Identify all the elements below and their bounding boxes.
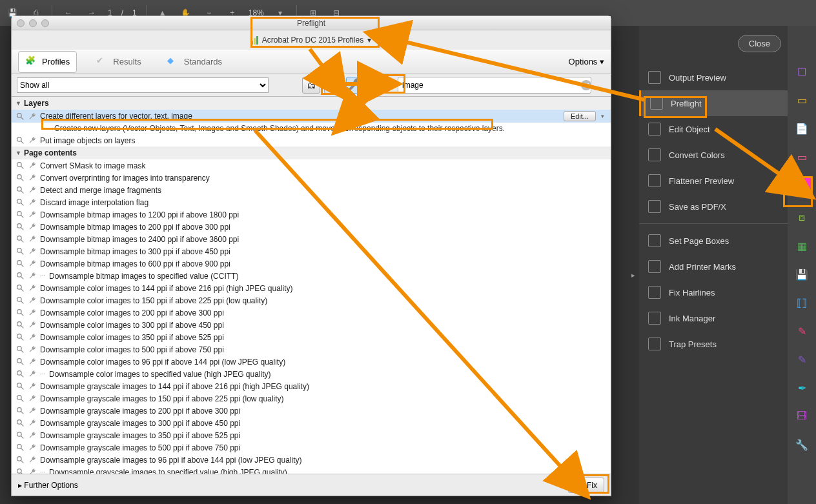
fixup-row[interactable]: ⋯Downsample grayscale images to specifie… — [12, 466, 611, 474]
wrench-icon — [28, 185, 37, 195]
tab-results[interactable]: ✔ Results — [90, 52, 147, 72]
fixup-row[interactable]: Downsample grayscale images to 200 ppi i… — [12, 405, 611, 417]
svg-line-45 — [21, 399, 23, 401]
panel-item-ink-manager[interactable]: Ink Manager — [639, 305, 788, 331]
tool-settings-icon[interactable]: 🔧 — [795, 438, 809, 452]
fixup-row[interactable]: ⋯Downsample color images to specified va… — [12, 368, 611, 380]
window-titlebar[interactable]: Preflight — [12, 16, 611, 30]
magnifier-icon — [15, 394, 25, 403]
fixup-row[interactable]: Convert SMask to image mask — [12, 159, 611, 172]
fixup-row[interactable]: Downsample grayscale images to 300 ppi i… — [12, 417, 611, 429]
fixup-row[interactable]: Downsample grayscale images to 150 ppi i… — [12, 392, 611, 405]
fixup-row[interactable]: Downsample color images to 96 ppi if abo… — [12, 356, 611, 368]
add-page-icon[interactable]: ⊕ — [793, 178, 811, 196]
tool-icon — [648, 174, 661, 187]
fixup-row[interactable]: Downsample grayscale images to 350 ppi i… — [12, 429, 611, 441]
inspect-button[interactable] — [324, 77, 342, 94]
options-menu[interactable]: Options ▾ — [569, 57, 604, 66]
fixup-row[interactable]: ⋯Downsample bitmap images to specified v… — [12, 270, 611, 282]
svg-line-49 — [21, 423, 23, 426]
group-toggle-button[interactable]: 🗂 — [302, 77, 320, 94]
panel-item-convert-colors[interactable]: Convert Colors — [639, 142, 788, 168]
fixup-label: Downsample grayscale images to 500 ppi i… — [40, 443, 607, 452]
svg-line-51 — [21, 436, 23, 438]
fixup-row[interactable]: Downsample color images to 150 ppi if ab… — [12, 294, 611, 307]
collapse-panel-icon[interactable]: ▸ — [631, 271, 635, 279]
profiles-icon: 🧩 — [25, 55, 38, 68]
svg-line-53 — [21, 448, 23, 450]
svg-point-36 — [17, 347, 22, 351]
crop-icon[interactable]: ⧈ — [795, 210, 809, 225]
fixup-row[interactable]: Downsample color images to 500 ppi if ab… — [12, 343, 611, 356]
measure-icon[interactable]: ⟦⟧ — [795, 296, 809, 310]
panel-item-preflight[interactable]: Preflight — [639, 90, 788, 116]
profiles-dropdown[interactable]: Acrobat Pro DC 2015 Profiles ▾ — [246, 34, 376, 46]
tab-profiles[interactable]: 🧩 Profiles — [18, 51, 77, 73]
fix-button[interactable]: Fix — [568, 478, 604, 493]
fixup-row[interactable]: Downsample bitmap images to 200 ppi if a… — [12, 221, 611, 233]
fixups-filter-button[interactable] — [346, 77, 364, 94]
panel-item-set-page-boxes[interactable]: Set Page Boxes — [639, 228, 788, 254]
filter-select[interactable]: Show all — [17, 77, 269, 93]
svg-line-25 — [21, 276, 23, 279]
fixup-row[interactable]: Downsample color images to 200 ppi if ab… — [12, 307, 611, 319]
profiles-label: Acrobat Pro DC 2015 Profiles — [262, 35, 363, 45]
fixup-label: Downsample grayscale images to 96 ppi if… — [40, 456, 607, 465]
group-header[interactable]: ▼ Layers — [12, 97, 611, 110]
note-icon[interactable]: ▭ — [795, 93, 809, 107]
fixup-row[interactable]: Create different layers for vector, text… — [12, 110, 611, 123]
edit-alt-icon[interactable]: ✎ — [795, 352, 809, 367]
panel-item-fix-hairlines[interactable]: Fix Hairlines — [639, 279, 788, 305]
svg-point-14 — [17, 212, 22, 216]
fixup-label: Downsample color images to 200 ppi if ab… — [40, 308, 607, 318]
panel-item-trap-presets[interactable]: Trap Presets — [639, 331, 788, 357]
fixup-row[interactable]: Downsample grayscale images to 500 ppi i… — [12, 441, 611, 454]
search-input[interactable] — [398, 77, 591, 94]
group-header[interactable]: ▼ Page contents — [12, 146, 611, 159]
wrench-icon — [28, 210, 37, 219]
close-button[interactable]: Close — [738, 35, 781, 52]
panel-item-output-preview[interactable]: Output Preview — [639, 65, 788, 90]
svg-line-23 — [21, 264, 23, 267]
panel-item-add-printer-marks[interactable]: Add Printer Marks — [639, 254, 788, 279]
fixup-row[interactable]: Put image objects on layers — [12, 134, 611, 146]
fixup-row[interactable]: Downsample grayscale images to 144 ppi i… — [12, 380, 611, 392]
fixups-list[interactable]: ▼ LayersCreate different layers for vect… — [12, 96, 611, 474]
clear-search-button[interactable]: ✕ — [581, 80, 591, 90]
window-controls[interactable] — [17, 19, 49, 27]
fixup-row[interactable]: Convert overprinting for images into tra… — [12, 172, 611, 184]
edit-button[interactable]: Edit... — [564, 111, 596, 121]
svg-point-6 — [17, 163, 22, 167]
sign-icon[interactable]: ✎ — [795, 324, 809, 338]
page-icon[interactable]: 📄 — [795, 121, 809, 136]
panel-item-flattener-preview[interactable]: Flattener Preview — [639, 168, 788, 194]
fixup-row[interactable]: Downsample bitmap images to 2400 ppi if … — [12, 233, 611, 245]
panel-item-save-as-pdf-x[interactable]: Save as PDF/X — [639, 194, 788, 219]
save-alt-icon[interactable]: 💾 — [795, 267, 809, 281]
fixup-row[interactable]: Downsample color images to 350 ppi if ab… — [12, 331, 611, 343]
tool-icon — [648, 338, 661, 350]
fixup-row[interactable]: Downsample bitmap images to 1200 ppi if … — [12, 208, 611, 221]
svg-line-17 — [21, 227, 23, 230]
comment-icon[interactable]: ☐ — [795, 65, 809, 79]
panel-item-edit-object[interactable]: Edit Object — [639, 116, 788, 142]
wrench-icon — [28, 173, 37, 183]
chip-icon[interactable]: ▦ — [795, 239, 809, 253]
tool-icon — [648, 312, 661, 325]
svg-point-48 — [17, 420, 22, 425]
magnifier-icon — [15, 112, 25, 121]
fixup-row[interactable]: Downsample color images to 144 ppi if ab… — [12, 282, 611, 294]
svg-point-22 — [17, 261, 22, 265]
fixup-row[interactable]: Downsample color images to 300 ppi if ab… — [12, 319, 611, 331]
tab-standards[interactable]: ◆ Standards — [161, 52, 229, 72]
fixup-row[interactable]: Detect and merge image fragments — [12, 184, 611, 196]
fixup-row[interactable]: Discard image interpolation flag — [12, 196, 611, 208]
layout-icon[interactable]: ▭ — [795, 150, 809, 164]
fixup-row[interactable]: Downsample grayscale images to 96 ppi if… — [12, 454, 611, 466]
pen-icon[interactable]: ✒ — [795, 381, 809, 395]
magnifier-icon — [15, 369, 25, 379]
film-icon[interactable]: 🎞 — [795, 409, 809, 423]
fixup-row[interactable]: Downsample bitmap images to 600 ppi if a… — [12, 257, 611, 270]
fixup-row[interactable]: Downsample bitmap images to 300 ppi if a… — [12, 245, 611, 257]
further-options-toggle[interactable]: ▸ Further Options — [18, 481, 78, 490]
